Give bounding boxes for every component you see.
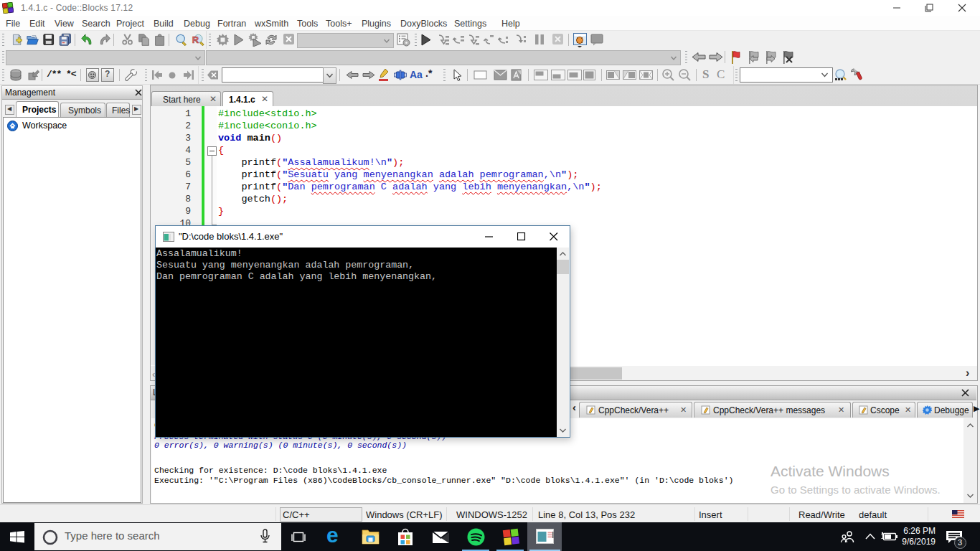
svg-text:R: R — [192, 34, 199, 45]
